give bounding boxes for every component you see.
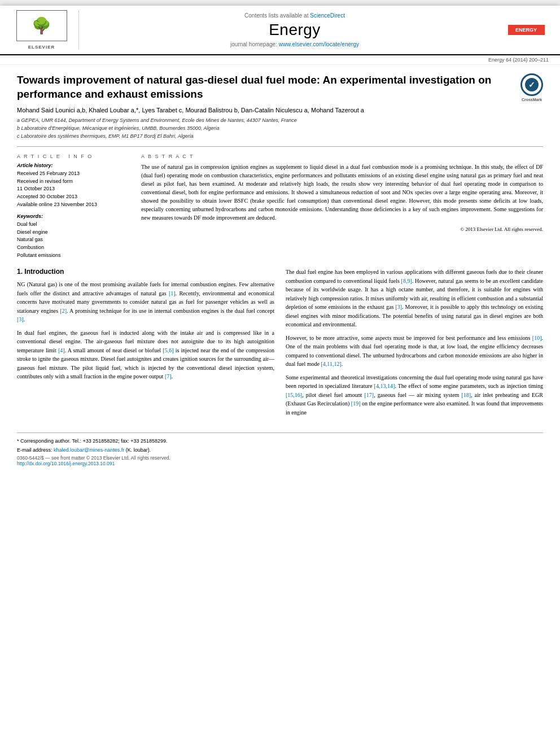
affiliation-a: a GEPEA, UMR 6144, Department of Energy … [17, 117, 543, 124]
body-section: 1. Introduction NG (Natural gas) is one … [17, 268, 543, 421]
abstract-text: The use of natural gas in compression ig… [141, 163, 543, 222]
keyword-2: Natural gas [17, 236, 130, 243]
abstract-label: A B S T R A C T [141, 154, 543, 159]
keyword-4: Pollutant emissions [17, 252, 130, 259]
copyright: © 2013 Elsevier Ltd. All rights reserved… [141, 226, 543, 232]
abstract-col: A B S T R A C T The use of natural gas i… [141, 154, 543, 259]
body-para-2: In dual fuel engines, the gaseous fuel i… [17, 329, 274, 381]
elsevier-tree-icon: 🌳 [32, 18, 51, 34]
body-col-left: 1. Introduction NG (Natural gas) is one … [17, 268, 274, 421]
email-note: E-mail address: khaled.loubar@mines-nant… [17, 447, 543, 454]
elsevier-label: ELSEVIER [28, 45, 55, 50]
crossmark-inner: ✓ [525, 78, 539, 91]
affiliations: a GEPEA, UMR 6144, Department of Energy … [17, 117, 543, 139]
sciencedirect-anchor[interactable]: ScienceDirect [310, 12, 345, 19]
homepage-link[interactable]: www.elsevier.com/locate/energy [279, 41, 359, 47]
affiliation-c: c Laboratoire des systèmes thermiques, E… [17, 133, 543, 140]
keywords-label: Keywords: [17, 213, 130, 219]
affiliation-b: b Laboratoire d'Energétique, Mécanique e… [17, 125, 543, 132]
keyword-0: Dual fuel [17, 221, 130, 228]
energy-logo: ENERGY [508, 25, 545, 35]
email-link[interactable]: khaled.loubar@mines-nantes.fr [54, 447, 124, 453]
journal-center: Contents lists available at ScienceDirec… [86, 10, 504, 50]
journal-homepage: journal homepage: www.elsevier.com/locat… [230, 41, 359, 47]
body-two-col: 1. Introduction NG (Natural gas) is one … [17, 268, 543, 421]
keyword-1: Diesel engine [17, 229, 130, 236]
history-label: Article history: [17, 163, 130, 168]
article-info-col: A R T I C L E I N F O Article history: R… [17, 154, 130, 259]
crossmark: ✓ CrossMark [520, 73, 543, 102]
doi-bar: Energy 64 (2014) 200–211 [0, 55, 560, 65]
doi-line: http://dx.doi.org/10.1016/j.energy.2013.… [17, 461, 543, 466]
elsevier-logo: 🌳 ELSEVIER [11, 10, 79, 50]
body-para-right-1: The dual fuel engine has been employed i… [286, 268, 543, 329]
journal-header: 🌳 ELSEVIER Contents lists available at S… [0, 6, 560, 55]
crossmark-circle: ✓ [520, 73, 543, 96]
section1-title: Introduction [24, 268, 64, 276]
journal-logo-right: ENERGY [504, 10, 549, 50]
footer-section: * Corresponding author. Tel.: +33 251858… [17, 433, 543, 466]
available-date: Available online 23 November 2013 [17, 201, 130, 208]
article-history: Article history: Received 25 February 20… [17, 163, 130, 208]
body-para-right-3: Some experimental and theoretical invest… [286, 373, 543, 417]
divider-1 [17, 146, 543, 147]
sciencedirect-link: Contents lists available at ScienceDirec… [244, 12, 345, 19]
authors: Mohand Said Lounici a,b, Khaled Loubar a… [17, 107, 543, 113]
article-info-label: A R T I C L E I N F O [17, 154, 130, 159]
journal-name: Energy [269, 21, 321, 39]
section1-number: 1. [17, 268, 23, 276]
issn-line: 0360-5442/$ — see front matter © 2013 El… [17, 455, 543, 461]
body-para-1: NG (Natural gas) is one of the most prom… [17, 280, 274, 324]
section1-heading: 1. Introduction [17, 268, 274, 276]
crossmark-label: CrossMark [522, 97, 542, 102]
article-title: Towards improvement of natural gas-diese… [17, 73, 543, 101]
revised-date: 11 October 2013 [17, 185, 130, 193]
page: 🌳 ELSEVIER Contents lists available at S… [0, 6, 560, 747]
article-content: Towards improvement of natural gas-diese… [0, 65, 560, 478]
body-para-right-2: However, to be more attractive, some asp… [286, 334, 543, 369]
accepted-date: Accepted 30 October 2013 [17, 193, 130, 200]
corresponding-author-note: * Corresponding author. Tel.: +33 251858… [17, 438, 543, 445]
keyword-3: Combustion [17, 244, 130, 251]
received-date: Received 25 February 2013 [17, 170, 130, 177]
article-info-abstract: A R T I C L E I N F O Article history: R… [17, 154, 543, 259]
doi-link[interactable]: http://dx.doi.org/10.1016/j.energy.2013.… [17, 461, 115, 466]
keywords-section: Keywords: Dual fuel Diesel engine Natura… [17, 213, 130, 259]
elsevier-logo-box: 🌳 [16, 10, 67, 41]
revised-label: Received in revised form [17, 178, 130, 185]
body-col-right: The dual fuel engine has been employed i… [286, 268, 543, 421]
